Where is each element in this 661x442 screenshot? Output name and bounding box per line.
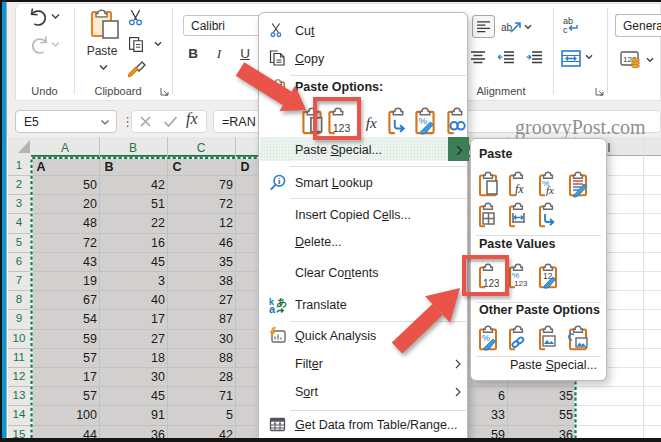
svg-text:fx: fx bbox=[546, 184, 554, 196]
svg-text:123: 123 bbox=[514, 279, 528, 288]
svg-text:fx: fx bbox=[515, 182, 524, 196]
svg-text:%: % bbox=[482, 333, 490, 343]
